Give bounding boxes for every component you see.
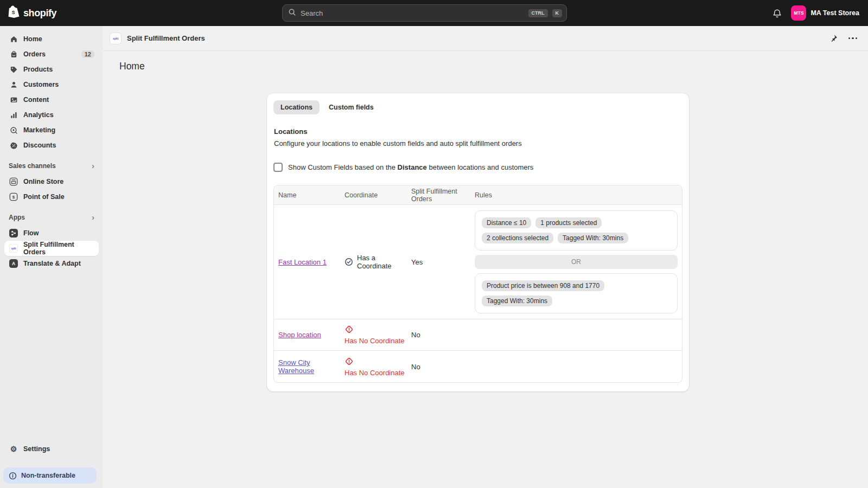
analytics-icon xyxy=(9,110,18,120)
store-avatar: MTS xyxy=(791,5,806,21)
customers-icon xyxy=(9,80,18,89)
sidebar-item-label: Split Fulfillment Orders xyxy=(23,241,94,256)
distance-checkbox[interactable] xyxy=(273,163,283,172)
app-header-bar: split Split Fulfillment Orders xyxy=(103,26,868,51)
shortcut-k-key: K xyxy=(552,9,563,17)
sidebar: HomeOrders12ProductsCustomersContentAnal… xyxy=(0,26,103,488)
sidebar-item-label: Online Store xyxy=(23,178,63,185)
notifications-bell-icon[interactable] xyxy=(772,8,782,18)
section-description: Configure your locations to enable custo… xyxy=(273,139,682,147)
sidebar-section-sales-channels[interactable]: Sales channels› xyxy=(4,153,99,174)
app-title: Split Fulfillment Orders xyxy=(127,34,205,42)
gear-icon: ⚙ xyxy=(9,444,18,454)
location-link[interactable]: Snow City Warehouse xyxy=(278,358,314,375)
check-circle-icon xyxy=(344,258,353,266)
page-title: Home xyxy=(119,61,145,72)
column-header-coordinate: Coordinate xyxy=(344,191,411,199)
sidebar-item-label: Point of Sale xyxy=(23,193,65,201)
point-of-sale-icon: $ xyxy=(9,192,18,202)
locations-table: Name Coordinate Split Fulfillment Orders… xyxy=(273,185,682,383)
rule-group: Distance ≤ 101 products selected2 collec… xyxy=(475,210,678,251)
online-store-icon xyxy=(9,177,18,187)
sidebar-item-split-fulfillment-orders[interactable]: splitSplit Fulfillment Orders xyxy=(4,241,99,256)
store-menu[interactable]: MTS MA Test Storea xyxy=(791,5,859,21)
orders-count-badge: 12 xyxy=(81,50,94,58)
location-link[interactable]: Shop location xyxy=(278,331,321,339)
split-fulfillment-value: No xyxy=(411,331,420,339)
table-row: Shop locationHas No CoordinateNo xyxy=(274,319,682,351)
global-search[interactable]: CTRL K xyxy=(282,4,567,22)
products-icon xyxy=(9,65,18,74)
sidebar-item-label: Orders xyxy=(23,50,46,58)
search-icon xyxy=(288,8,296,18)
table-header-row: Name Coordinate Split Fulfillment Orders… xyxy=(274,185,682,205)
coordinate-status: Has No Coordinate xyxy=(344,369,405,377)
marketing-icon xyxy=(9,125,18,135)
section-label: Apps xyxy=(9,214,25,221)
sidebar-item-analytics[interactable]: Analytics xyxy=(4,107,99,123)
sidebar-item-settings[interactable]: ⚙ Settings xyxy=(4,441,99,457)
coordinate-status: Has a Coordinate xyxy=(357,254,411,270)
tab-locations[interactable]: Locations xyxy=(273,100,320,114)
sidebar-item-flow[interactable]: Flow xyxy=(4,226,99,241)
discounts-icon xyxy=(9,140,18,150)
coordinate-status: Has No Coordinate xyxy=(344,337,405,345)
sidebar-item-label: Analytics xyxy=(23,111,54,119)
sidebar-item-content[interactable]: Content xyxy=(4,92,99,107)
sidebar-item-label: Marketing xyxy=(23,126,55,134)
sidebar-item-orders[interactable]: Orders12 xyxy=(4,47,99,62)
sidebar-item-label: Discounts xyxy=(23,142,56,149)
column-header-name: Name xyxy=(278,191,344,199)
sidebar-item-online-store[interactable]: Online Store xyxy=(4,174,99,189)
orders-icon xyxy=(9,49,18,59)
sidebar-item-label: Home xyxy=(23,35,42,43)
svg-text:S: S xyxy=(12,10,15,15)
flow-icon xyxy=(9,228,18,238)
alert-diamond-icon xyxy=(344,325,354,334)
search-input[interactable] xyxy=(301,9,524,17)
sidebar-item-customers[interactable]: Customers xyxy=(4,77,99,92)
rule-badge: 1 products selected xyxy=(535,217,602,228)
non-transferable-banner[interactable]: Non-transferable xyxy=(3,467,97,484)
tab-custom-fields[interactable]: Custom fields xyxy=(322,100,381,114)
sidebar-item-label: Content xyxy=(23,96,49,104)
sidebar-item-translate-adapt[interactable]: ATranslate & Adapt xyxy=(4,256,99,271)
home-icon xyxy=(9,34,18,44)
rule-badge: Distance ≤ 10 xyxy=(482,217,531,228)
content-icon xyxy=(9,95,18,105)
shopify-logo[interactable]: S shopify xyxy=(0,5,103,21)
sidebar-item-point-of-sale[interactable]: $Point of Sale xyxy=(4,189,99,204)
sidebar-item-label: Customers xyxy=(23,81,59,88)
translate-icon: A xyxy=(9,259,18,268)
sidebar-item-discounts[interactable]: Discounts xyxy=(4,138,99,153)
sidebar-item-label: Products xyxy=(23,66,53,73)
store-name: MA Test Storea xyxy=(810,9,859,17)
banner-label: Non-transferable xyxy=(21,472,75,479)
rule-badge: Product price is between 908 and 1770 xyxy=(482,280,604,291)
split-fulfillment-value: No xyxy=(411,363,420,371)
alert-diamond-icon xyxy=(344,357,354,366)
svg-text:A: A xyxy=(12,261,15,266)
locations-card: Locations Custom fields Locations Config… xyxy=(267,93,689,391)
chevron-right-icon: › xyxy=(92,162,94,170)
rules-cell: Distance ≤ 101 products selected2 collec… xyxy=(475,205,678,319)
distance-checkbox-row: Show Custom Fields based on the Distance… xyxy=(273,163,682,172)
pin-icon[interactable] xyxy=(829,34,838,42)
more-actions-icon[interactable] xyxy=(848,37,858,40)
table-row: Snow City WarehouseHas No CoordinateNo xyxy=(274,351,682,382)
sidebar-item-marketing[interactable]: Marketing xyxy=(4,123,99,138)
card-tabs: Locations Custom fields xyxy=(273,100,682,114)
svg-text:split: split xyxy=(11,247,16,250)
top-bar: S shopify CTRL K MTS MA Test Storea xyxy=(0,0,868,26)
distance-checkbox-label: Show Custom Fields based on the Distance… xyxy=(288,163,533,171)
location-link[interactable]: Fast Location 1 xyxy=(278,258,327,266)
svg-text:$: $ xyxy=(12,195,15,200)
rule-group: Product price is between 908 and 1770Tag… xyxy=(475,273,678,313)
rule-badge: 2 collections selected xyxy=(482,233,553,243)
main-content: split Split Fulfillment Orders Home Loca… xyxy=(103,26,868,488)
or-separator: OR xyxy=(475,255,678,269)
sidebar-item-home[interactable]: Home xyxy=(4,31,99,47)
sidebar-section-apps[interactable]: Apps› xyxy=(4,204,99,226)
shortcut-ctrl-key: CTRL xyxy=(528,9,548,17)
sidebar-item-products[interactable]: Products xyxy=(4,62,99,77)
